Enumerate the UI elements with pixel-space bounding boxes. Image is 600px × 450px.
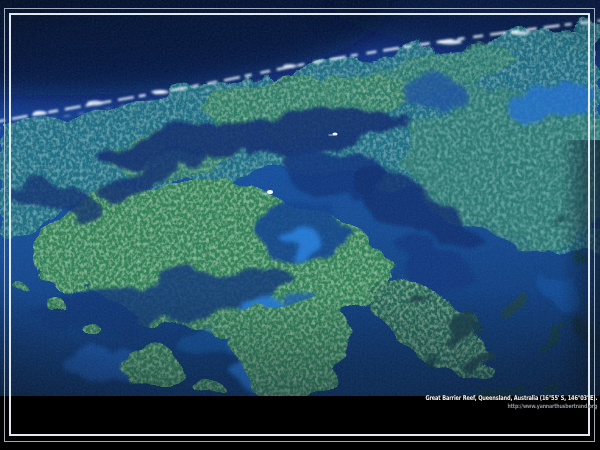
reef-photo — [0, 0, 600, 396]
wallpaper-canvas: Great Barrier Reef, Queensland, Australi… — [0, 0, 600, 450]
caption: Great Barrier Reef, Queensland, Australi… — [425, 394, 597, 409]
caption-url: http://www.yannarthusbertrand.org — [425, 402, 597, 409]
caption-title: Great Barrier Reef, Queensland, Australi… — [425, 394, 597, 402]
reef-photo-art — [0, 0, 600, 396]
photo-grain-overlay — [0, 0, 600, 396]
